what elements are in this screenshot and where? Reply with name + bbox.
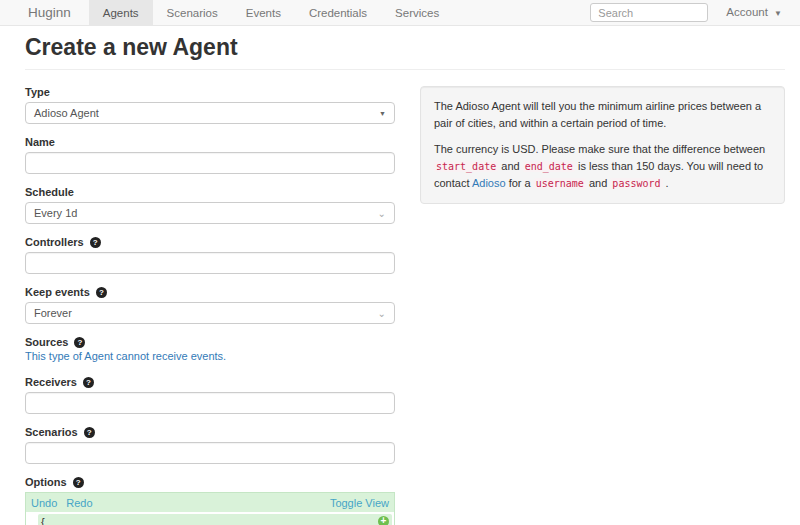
search-input[interactable] [590, 3, 708, 22]
type-label: Type [25, 86, 395, 98]
toggle-view-button[interactable]: Toggle View [330, 497, 389, 509]
options-label: Options ? [25, 476, 395, 488]
adioso-link[interactable]: Adioso [472, 177, 506, 189]
scenarios-field[interactable] [25, 442, 395, 464]
agent-description-panel: The Adioso Agent will tell you the minim… [420, 86, 785, 204]
top-navbar: Huginn Agents Scenarios Events Credentia… [0, 0, 800, 26]
help-icon[interactable]: ? [84, 427, 95, 438]
nav-item-services[interactable]: Services [381, 0, 453, 25]
nav-item-agents[interactable]: Agents [89, 0, 153, 25]
code-username: username [534, 178, 586, 189]
keep-events-select[interactable]: Forever ⌄ [25, 302, 395, 324]
name-label: Name [25, 136, 395, 148]
controllers-label: Controllers ? [25, 236, 395, 248]
controllers-field[interactable] [25, 252, 395, 274]
description-paragraph-2: The currency is USD. Please make sure th… [434, 141, 771, 192]
keep-events-label-text: Keep events [25, 286, 90, 298]
options-label-text: Options [25, 476, 67, 488]
description-text: The currency is USD. Please make sure th… [434, 143, 765, 155]
help-icon[interactable]: ? [90, 237, 101, 248]
receivers-label: Receivers ? [25, 376, 395, 388]
code-end-date: end_date [523, 161, 575, 172]
brand-logo[interactable]: Huginn [0, 0, 89, 25]
controllers-label-text: Controllers [25, 236, 84, 248]
code-start-date: start_date [434, 161, 498, 172]
json-root-row: { + [38, 514, 392, 525]
nav-item-credentials[interactable]: Credentials [295, 0, 381, 25]
code-password: password [610, 178, 662, 189]
scenarios-label: Scenarios ? [25, 426, 395, 438]
account-menu[interactable]: Account ▼ [726, 0, 782, 27]
keep-events-label: Keep events ? [25, 286, 395, 298]
description-text: and [589, 177, 610, 189]
name-field[interactable] [25, 152, 395, 174]
nav-item-events[interactable]: Events [232, 0, 295, 25]
help-icon[interactable]: ? [74, 337, 85, 348]
chevron-down-icon: ⌄ [378, 308, 386, 319]
schedule-label: Schedule [25, 186, 395, 198]
redo-button[interactable]: Redo [66, 497, 92, 509]
page-header: Create a new Agent [25, 34, 785, 70]
type-select[interactable]: Adioso Agent ▼ [25, 102, 395, 124]
keep-events-select-value: Forever [34, 307, 72, 319]
scenarios-label-text: Scenarios [25, 426, 78, 438]
sources-note: This type of Agent cannot receive events… [25, 350, 395, 362]
nav-item-scenarios[interactable]: Scenarios [153, 0, 232, 25]
receivers-field[interactable] [25, 392, 395, 414]
help-icon[interactable]: ? [73, 477, 84, 488]
json-root-brace: { [41, 516, 45, 525]
account-label: Account [726, 6, 768, 18]
description-text: . [666, 177, 669, 189]
receivers-label-text: Receivers [25, 376, 77, 388]
help-icon[interactable]: ? [96, 287, 107, 298]
undo-button[interactable]: Undo [31, 497, 57, 509]
chevron-down-icon: ▼ [379, 110, 386, 117]
help-icon[interactable]: ? [83, 377, 94, 388]
json-editor-toolbar: Undo Redo Toggle View [26, 493, 394, 512]
options-json-editor: Undo Redo Toggle View { + start_date : W… [25, 492, 395, 525]
page-title: Create a new Agent [25, 34, 785, 61]
add-item-icon[interactable]: + [378, 516, 389, 525]
sources-label: Sources ? [25, 336, 395, 348]
schedule-select-value: Every 1d [34, 207, 77, 219]
description-paragraph-1: The Adioso Agent will tell you the minim… [434, 98, 771, 132]
chevron-down-icon: ▼ [774, 9, 782, 18]
description-text: for a [509, 177, 534, 189]
agent-form: Type Adioso Agent ▼ Name Schedule Every … [25, 86, 395, 525]
chevron-down-icon: ⌄ [378, 208, 386, 219]
sources-label-text: Sources [25, 336, 68, 348]
schedule-select[interactable]: Every 1d ⌄ [25, 202, 395, 224]
type-select-value: Adioso Agent [34, 107, 99, 119]
description-text: and [501, 160, 522, 172]
navbar-right: Account ▼ [590, 0, 800, 25]
